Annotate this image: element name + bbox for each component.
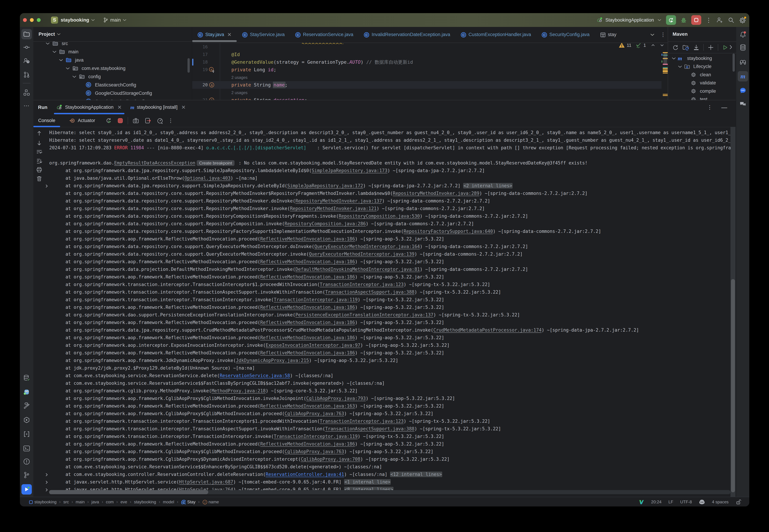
console-line[interactable]: at java.base/java.util.Optional.orElseTh…	[49, 174, 258, 182]
console-line[interactable]: at org.springframework.data.jpa.reposito…	[49, 326, 639, 334]
expand-chevron-icon[interactable]	[65, 66, 70, 71]
breadcrumb-staybooking[interactable]: staybooking	[28, 500, 56, 504]
tool-strip-button-commit[interactable]	[21, 42, 32, 52]
close-icon[interactable]: ✕	[227, 32, 232, 38]
console-line[interactable]: at com.eve.staybooking.service.Reservati…	[49, 463, 382, 471]
console-vscrollbar[interactable]	[730, 127, 736, 497]
run-goal-icon[interactable]	[722, 44, 728, 51]
branch-name[interactable]: main	[110, 17, 121, 23]
console-line[interactable]: at com.eve.staybooking.controller.Reserv…	[49, 471, 442, 478]
jpa-attribute-gutter-icon[interactable]: a	[209, 67, 215, 73]
project-scrollbar[interactable]	[187, 58, 190, 73]
console-line[interactable]: at jdk.proxy2/jdk.proxy2.$Proxy129.delet…	[49, 364, 255, 372]
stack-frame-link[interactable]: ReflectiveMethodInvocation.java:163	[260, 403, 355, 409]
stack-frame-link[interactable]: EmptyResultDataAccessException	[114, 160, 196, 166]
console-line[interactable]: at org.springframework.transaction.inter…	[49, 296, 444, 303]
stack-frame-link[interactable]: ReflectiveMethodInvocation.java:186	[260, 441, 355, 447]
down-arrow-icon[interactable]	[35, 139, 43, 147]
project-view-title[interactable]: Project	[39, 31, 55, 37]
console-line[interactable]: org.springframework.dao.EmptyResultDataA…	[49, 159, 588, 167]
jpa-attribute-gutter-icon[interactable]: a	[209, 82, 215, 88]
stack-frame-link[interactable]: RepositoryMethodInvoker.java:121	[290, 206, 377, 211]
console-line[interactable]: Hibernate: select stay0_.id as id1_2_0_,…	[49, 129, 731, 136]
console-line[interactable]: at javax.servlet.http.HttpServlet.servic…	[49, 478, 391, 486]
maven-tree-item-Lifecycle[interactable]: Lifecycle	[668, 62, 736, 71]
close-window-button[interactable]	[23, 18, 27, 22]
console-line[interactable]: at org.springframework.data.repository.c…	[49, 212, 528, 220]
console-line[interactable]: at com.eve.staybooking.service.Reservati…	[49, 379, 385, 387]
run-options-icon[interactable]: ⋮	[707, 104, 712, 110]
fold-expand-icon[interactable]	[44, 471, 49, 478]
tool-strip-button-services[interactable]	[21, 415, 32, 425]
next-chevron-icon[interactable]	[660, 43, 664, 47]
stack-frame-link[interactable]: Optional.java:403	[184, 176, 231, 181]
breadcrumb-name[interactable]: fname	[203, 500, 219, 504]
console-line[interactable]: at org.springframework.aop.interceptor.E…	[49, 341, 450, 349]
console-line[interactable]: at org.springframework.data.repository.c…	[49, 220, 474, 228]
editor-tab-stay[interactable]: stay	[595, 27, 622, 42]
console-line[interactable]: at org.springframework.aop.framework.Ref…	[49, 349, 444, 357]
project-tree-item-com.eve.staybooking[interactable]: com.eve.staybooking	[33, 64, 192, 72]
breadcrumb-com[interactable]: com	[106, 500, 113, 504]
warning-count[interactable]: 11	[627, 43, 632, 48]
fold-expand-icon[interactable]	[44, 486, 49, 493]
prev-chevron-icon[interactable]	[651, 43, 655, 47]
code-editor[interactable]: 1617@Id18@GeneratedValue(strategy = Gene…	[192, 43, 668, 100]
run-tab-staybooking-install[interactable]: m staybooking [install] ✕	[130, 100, 185, 114]
error-stripe-mark[interactable]	[663, 95, 668, 96]
console-line[interactable]: at org.springframework.aop.framework.Ref…	[49, 235, 444, 243]
stack-frame-link[interactable]: CglibAopProxy.java:793	[306, 396, 366, 401]
expand-chevron-icon[interactable]	[45, 42, 50, 46]
stack-frame-link[interactable]: RepositoryComposition.java:286	[285, 221, 366, 226]
console-line[interactable]: at org.springframework.aop.framework.Jdk…	[49, 357, 398, 364]
project-tree-item-main[interactable]: main	[33, 48, 192, 56]
rerun-button[interactable]	[666, 15, 676, 25]
refresh-icon[interactable]	[672, 44, 679, 51]
project-tree-item-ElasticsearchConfig[interactable]: CElasticsearchConfig	[33, 81, 192, 89]
tool-strip-button-learn[interactable]: ?	[21, 56, 32, 66]
status-utf-8[interactable]: UTF-8	[680, 500, 692, 504]
thread-dump-icon[interactable]	[132, 117, 139, 124]
code-with-me-button[interactable]	[716, 17, 723, 23]
console-line[interactable]: at org.springframework.aop.framework.Cgl…	[49, 455, 450, 463]
stack-frame-link[interactable]: ReservationService.java:58	[220, 373, 290, 378]
tool-strip-button-pull-requests[interactable]	[21, 70, 32, 80]
console-line[interactable]: at org.springframework.transaction.inter…	[49, 281, 490, 288]
console-line[interactable]: 2024-07-31 17:12:09.283 ERROR 11984 --- …	[49, 144, 731, 152]
console-line[interactable]: at org.springframework.data.repository.c…	[49, 250, 522, 258]
create-breakpoint-chip[interactable]: Create breakpoint	[197, 160, 235, 166]
stack-frame-link[interactable]: ReflectiveMethodInvocation.java:186	[260, 274, 355, 279]
breadcrumb-java[interactable]: java	[91, 500, 99, 504]
console-line[interactable]: at org.springframework.aop.framework.Cgl…	[49, 448, 433, 455]
close-icon[interactable]: ✕	[117, 104, 122, 110]
run-configuration[interactable]: StaybookingApplication	[605, 17, 654, 23]
ok-count[interactable]: 1	[644, 43, 646, 48]
tool-strip-button-build[interactable]	[21, 400, 32, 411]
tool-strip-button-gradle[interactable]	[738, 57, 748, 67]
editor-scrollbar[interactable]	[664, 52, 667, 65]
code-line[interactable]: private String name;	[232, 81, 288, 89]
console-line[interactable]: at org.springframework.aop.framework.Ref…	[49, 440, 444, 448]
maven-scrollbar[interactable]	[733, 54, 735, 72]
soft-wrap-icon[interactable]	[35, 148, 43, 156]
console-line[interactable]: at org.springframework.aop.framework.Ref…	[49, 258, 444, 265]
console[interactable]: Hibernate: select stay0_.id as id1_2_0_,…	[33, 127, 736, 497]
code-line[interactable]: @GeneratedValue(strategy = GenerationTyp…	[232, 58, 413, 66]
tool-strip-button-ai-assistant[interactable]	[738, 85, 748, 96]
stack-frame-link[interactable]: HttpServlet.java:687	[179, 479, 233, 485]
project-tree-item-GoogleCloudStorageConfig[interactable]: CGoogleCloudStorageConfig	[33, 89, 192, 97]
expand-chevron-icon[interactable]	[672, 56, 676, 61]
project-name[interactable]: staybooking	[61, 17, 89, 23]
console-line[interactable]: at org.springframework.cglib.proxy.Metho…	[49, 387, 358, 395]
tab-list-chevron-icon[interactable]	[650, 32, 655, 37]
console-line[interactable]: at org.springframework.aop.framework.Ref…	[49, 273, 444, 281]
stack-frame-link[interactable]: TransactionInterceptor.java:119	[274, 434, 358, 439]
breadcrumb-staybooking[interactable]: staybooking	[134, 500, 156, 504]
error-stripe[interactable]	[662, 43, 668, 100]
expand-chevron-icon[interactable]	[678, 64, 682, 69]
console-line[interactable]: at org.springframework.data.jpa.reposito…	[49, 167, 485, 174]
stack-frame-link[interactable]: ReflectiveMethodInvocation.java:186	[260, 259, 355, 264]
tool-strip-button-maven[interactable]: m	[738, 71, 748, 81]
debug-button[interactable]	[681, 17, 687, 23]
project-tree-item-config[interactable]: config	[33, 72, 192, 81]
